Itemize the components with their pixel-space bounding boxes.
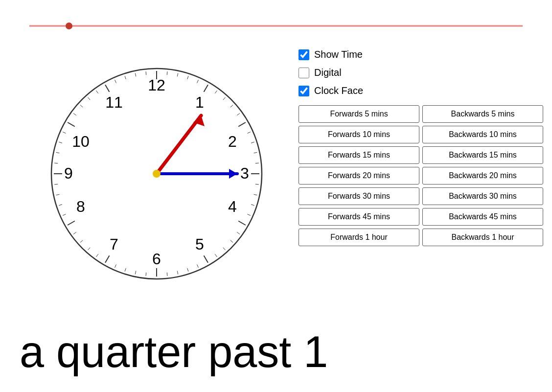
svg-text:2: 2 bbox=[228, 133, 237, 150]
forwards-1hour-button[interactable]: Forwards 1 hour bbox=[299, 229, 419, 246]
svg-text:10: 10 bbox=[72, 133, 90, 150]
svg-text:9: 9 bbox=[64, 164, 73, 182]
svg-text:6: 6 bbox=[152, 250, 161, 268]
backwards-1hour-button[interactable]: Backwards 1 hour bbox=[422, 229, 543, 246]
svg-text:8: 8 bbox=[76, 198, 85, 215]
time-display: a quarter past 1 bbox=[20, 327, 328, 377]
svg-text:5: 5 bbox=[195, 235, 204, 253]
clock-face: 12 1 2 3 4 5 6 7 8 9 10 11 bbox=[44, 61, 269, 286]
show-time-row: Show Time bbox=[299, 49, 543, 60]
svg-text:1: 1 bbox=[195, 93, 204, 111]
clock-face-row: Clock Face bbox=[299, 85, 543, 96]
forwards-20-button[interactable]: Forwards 20 mins bbox=[299, 167, 419, 184]
backwards-5-button[interactable]: Backwards 5 mins bbox=[422, 105, 543, 123]
clock-section: 12 1 2 3 4 5 6 7 8 9 10 11 bbox=[29, 44, 284, 303]
svg-point-77 bbox=[153, 170, 161, 178]
backwards-30-button[interactable]: Backwards 30 mins bbox=[422, 187, 543, 205]
progress-track bbox=[29, 25, 523, 27]
show-time-checkbox[interactable] bbox=[299, 49, 309, 60]
forwards-10-button[interactable]: Forwards 10 mins bbox=[299, 126, 419, 143]
digital-row: Digital bbox=[299, 67, 543, 78]
svg-text:12: 12 bbox=[148, 76, 165, 94]
show-time-label: Show Time bbox=[314, 49, 363, 60]
backwards-15-button[interactable]: Backwards 15 mins bbox=[422, 146, 543, 164]
forwards-45-button[interactable]: Forwards 45 mins bbox=[299, 208, 419, 226]
backwards-20-button[interactable]: Backwards 20 mins bbox=[422, 167, 543, 184]
forwards-30-button[interactable]: Forwards 30 mins bbox=[299, 187, 419, 205]
digital-label: Digital bbox=[314, 67, 342, 78]
clock-face-label: Clock Face bbox=[314, 85, 363, 96]
svg-text:11: 11 bbox=[105, 93, 123, 111]
backwards-45-button[interactable]: Backwards 45 mins bbox=[422, 208, 543, 226]
clock-face-checkbox[interactable] bbox=[299, 86, 309, 96]
svg-text:3: 3 bbox=[240, 164, 249, 182]
time-buttons-grid: Forwards 5 mins Backwards 5 mins Forward… bbox=[299, 105, 543, 246]
forwards-15-button[interactable]: Forwards 15 mins bbox=[299, 146, 419, 164]
progress-bar bbox=[29, 24, 523, 27]
progress-dot bbox=[66, 23, 72, 29]
svg-text:4: 4 bbox=[228, 198, 237, 215]
digital-checkbox[interactable] bbox=[299, 68, 309, 78]
svg-text:7: 7 bbox=[110, 235, 118, 253]
controls-section: Show Time Digital Clock Face Forwards 5 … bbox=[299, 49, 543, 246]
backwards-10-button[interactable]: Backwards 10 mins bbox=[422, 126, 543, 143]
forwards-5-button[interactable]: Forwards 5 mins bbox=[299, 105, 419, 123]
